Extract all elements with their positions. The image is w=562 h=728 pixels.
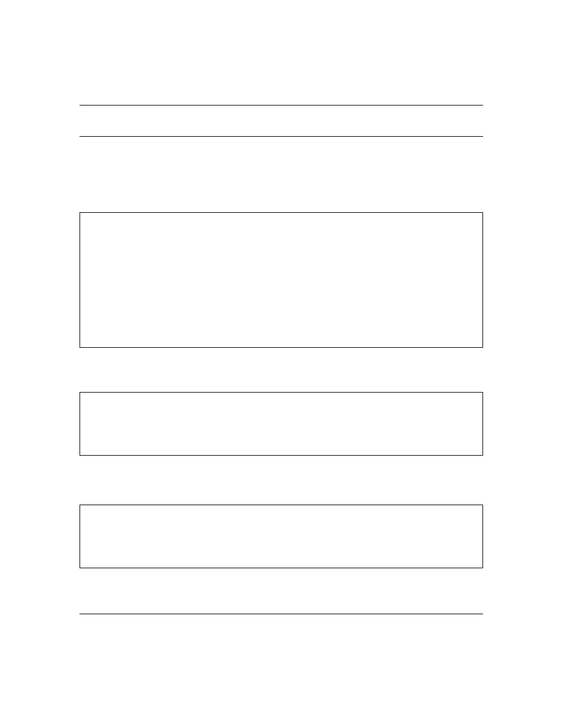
horizontal-rule-bottom	[80, 614, 483, 614]
horizontal-rule-top-1	[80, 105, 483, 106]
content-box-1	[80, 212, 483, 348]
content-box-2	[80, 392, 483, 456]
horizontal-rule-top-2	[80, 136, 483, 137]
content-box-3	[80, 505, 483, 568]
